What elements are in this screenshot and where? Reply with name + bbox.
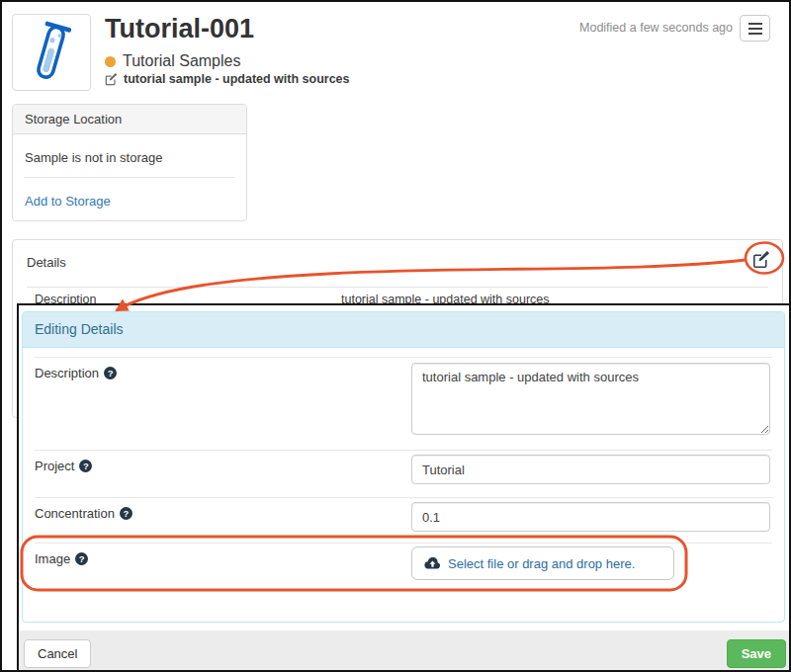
hamburger-icon [748,23,762,35]
divider [25,177,234,178]
storage-status-text: Sample is not in storage [25,150,162,165]
divider [35,450,772,451]
editing-details-panel: Editing Details Description ? tutorial s… [22,311,785,623]
image-file-dropzone[interactable]: Select file or drag and drop here. [411,546,674,580]
modal-footer: Cancel Save [19,630,791,672]
divider [27,287,768,288]
divider [35,357,772,358]
save-button[interactable]: Save [727,639,786,668]
screenshot-frame: Tutorial-001 Tutorial Samples tutorial s… [0,0,791,672]
pencil-square-icon [752,251,770,269]
divider [35,497,772,498]
sample-description-note: tutorial sample - updated with sources [105,72,350,86]
storage-location-panel: Storage Location Sample is not in storag… [12,104,247,221]
sample-group-dot-icon [105,56,116,67]
concentration-field-label: Concentration ? [35,506,132,521]
modal-title: Editing Details [23,312,784,348]
test-tube-icon [25,21,78,84]
concentration-input[interactable] [411,502,770,532]
modified-timestamp: Modified a few seconds ago [579,21,733,35]
edit-details-button[interactable] [752,251,770,269]
cloud-upload-icon [424,557,441,570]
sample-avatar [12,14,91,91]
help-icon[interactable]: ? [104,367,117,379]
sample-description-text: tutorial sample - updated with sources [124,72,350,86]
help-icon[interactable]: ? [75,552,88,565]
description-field-label: Description ? [35,366,117,380]
divider [35,543,772,544]
storage-panel-title: Storage Location [13,105,246,134]
help-icon[interactable]: ? [79,460,92,472]
project-field-label: Project ? [35,459,92,473]
sample-group-label: Tutorial Samples [123,52,240,70]
options-menu-button[interactable] [740,15,770,42]
details-panel-title: Details [27,255,66,270]
page-title: Tutorial-001 [105,14,254,44]
description-textarea[interactable]: tutorial sample - updated with sources [411,363,770,435]
image-field-label: Image ? [35,551,88,566]
sample-group: Tutorial Samples [105,52,240,70]
dropzone-label: Select file or drag and drop here. [448,556,635,571]
help-icon[interactable]: ? [120,507,132,520]
add-to-storage-link[interactable]: Add to Storage [25,194,111,209]
editing-details-modal: Editing Details Description ? tutorial s… [17,303,791,672]
project-input[interactable] [411,455,770,484]
cancel-button[interactable]: Cancel [24,639,91,668]
pencil-square-icon [105,73,118,86]
